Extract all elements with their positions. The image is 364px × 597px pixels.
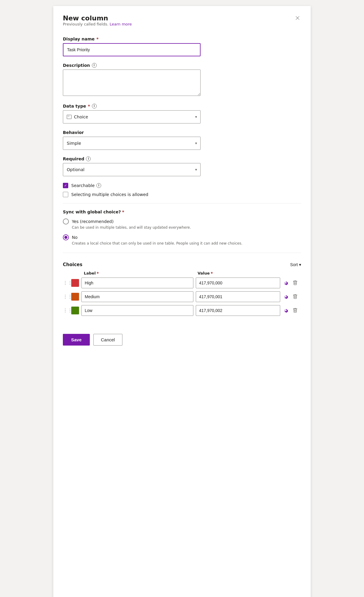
color-swatch[interactable] bbox=[71, 279, 79, 287]
data-type-display[interactable]: Choice bbox=[63, 110, 201, 123]
choice-label-input[interactable] bbox=[81, 291, 193, 302]
display-name-group: Display name * bbox=[63, 37, 301, 56]
choices-title: Choices bbox=[63, 262, 82, 267]
divider-2 bbox=[63, 253, 301, 253]
choice-value-input[interactable] bbox=[196, 278, 280, 288]
choice-label-input[interactable] bbox=[81, 278, 193, 288]
behavior-display[interactable]: Simple bbox=[63, 137, 201, 150]
choice-settings-button[interactable] bbox=[282, 279, 290, 287]
description-info-icon: i bbox=[92, 63, 97, 68]
description-group: Description i bbox=[63, 63, 301, 97]
multiple-choices-checkbox[interactable] bbox=[63, 192, 68, 197]
data-type-label: Data type * i bbox=[63, 104, 301, 108]
footer-actions: Save Cancel bbox=[63, 328, 301, 346]
cancel-button[interactable]: Cancel bbox=[93, 334, 122, 346]
sync-global-group: Sync with global choice? * Yes (recommen… bbox=[63, 209, 301, 246]
multiple-choices-label: Selecting multiple choices is allowed bbox=[71, 192, 148, 197]
sync-yes-label: Yes (recommended) bbox=[72, 219, 113, 224]
sync-yes-desc: Can be used in multiple tables, and will… bbox=[72, 225, 301, 230]
sync-global-label: Sync with global choice? * bbox=[63, 209, 301, 214]
sync-global-radio-group: Yes (recommended) Can be used in multipl… bbox=[63, 218, 301, 246]
choice-settings-button[interactable] bbox=[282, 307, 290, 314]
description-label: Description i bbox=[63, 63, 301, 68]
behavior-select[interactable]: Simple ▾ bbox=[63, 137, 201, 150]
required-label: Required i bbox=[63, 156, 301, 161]
drag-handle[interactable]: ⋮⋮ bbox=[63, 294, 71, 299]
required-star: * bbox=[96, 37, 98, 41]
choice-value-input[interactable] bbox=[196, 305, 280, 316]
choice-actions bbox=[282, 279, 301, 287]
searchable-checkbox[interactable] bbox=[63, 183, 68, 188]
description-input[interactable] bbox=[63, 70, 201, 96]
new-column-panel: New column Previously called fields. Lea… bbox=[53, 6, 311, 597]
choices-col-headers: Label * Value * bbox=[63, 271, 301, 278]
choice-row: ⋮⋮ bbox=[63, 278, 301, 288]
panel-title: New column bbox=[63, 14, 132, 22]
searchable-label: Searchable i bbox=[71, 183, 101, 188]
required-display[interactable]: Optional bbox=[63, 163, 201, 176]
searchable-row: Searchable i bbox=[63, 183, 301, 188]
sync-no-radio[interactable] bbox=[63, 234, 69, 240]
divider-1 bbox=[63, 203, 301, 203]
panel-header: New column Previously called fields. Lea… bbox=[63, 14, 301, 35]
close-button[interactable] bbox=[294, 14, 301, 22]
drag-handle[interactable]: ⋮⋮ bbox=[63, 307, 71, 313]
sync-no-desc: Creates a local choice that can only be … bbox=[72, 241, 301, 246]
color-swatch[interactable] bbox=[71, 293, 79, 301]
data-type-info-icon: i bbox=[92, 104, 97, 108]
choice-label-input[interactable] bbox=[81, 305, 193, 316]
choice-delete-button[interactable] bbox=[292, 307, 299, 314]
choice-value-input[interactable] bbox=[196, 291, 280, 302]
sync-yes-row: Yes (recommended) bbox=[63, 218, 301, 224]
panel-subtitle: Previously called fields. Learn more bbox=[63, 22, 132, 26]
behavior-group: Behavior Simple ▾ bbox=[63, 130, 301, 150]
data-type-group: Data type * i Choice ▾ bbox=[63, 104, 301, 123]
searchable-info-icon: i bbox=[96, 183, 101, 188]
choice-settings-button[interactable] bbox=[282, 293, 290, 301]
display-name-label: Display name * bbox=[63, 37, 301, 41]
sort-chevron-icon: ▾ bbox=[299, 262, 301, 267]
choice-row: ⋮⋮ bbox=[63, 291, 301, 302]
sort-button[interactable]: Sort ▾ bbox=[290, 262, 301, 267]
sync-global-star: * bbox=[122, 209, 124, 214]
choice-row: ⋮⋮ bbox=[63, 305, 301, 316]
required-group: Required i Optional ▾ bbox=[63, 156, 301, 176]
sync-yes-option: Yes (recommended) Can be used in multipl… bbox=[63, 218, 301, 230]
choices-header: Choices Sort ▾ bbox=[63, 262, 301, 267]
required-select[interactable]: Optional ▾ bbox=[63, 163, 201, 176]
color-swatch[interactable] bbox=[71, 307, 79, 314]
save-button[interactable]: Save bbox=[63, 334, 90, 346]
sync-no-label: No bbox=[72, 235, 78, 240]
sync-no-row: No bbox=[63, 234, 301, 240]
sync-yes-radio[interactable] bbox=[63, 218, 69, 224]
drag-handle[interactable]: ⋮⋮ bbox=[63, 280, 71, 286]
required-info-icon: i bbox=[86, 156, 91, 161]
choice-type-icon bbox=[67, 115, 72, 119]
choices-section: Choices Sort ▾ Label * Value * ⋮⋮ bbox=[63, 262, 301, 316]
display-name-input[interactable] bbox=[63, 43, 201, 56]
label-col-header: Label * bbox=[84, 271, 195, 276]
data-type-select[interactable]: Choice ▾ bbox=[63, 110, 201, 123]
sync-no-option: No Creates a local choice that can only … bbox=[63, 234, 301, 246]
choice-delete-button[interactable] bbox=[292, 279, 299, 287]
data-type-required-star: * bbox=[88, 104, 90, 108]
behavior-label: Behavior bbox=[63, 130, 301, 135]
choice-rows-container: ⋮⋮ ⋮⋮ bbox=[63, 278, 301, 316]
learn-more-link[interactable]: Learn more bbox=[110, 22, 132, 26]
choice-actions bbox=[282, 307, 301, 314]
choice-actions bbox=[282, 293, 301, 301]
choice-delete-button[interactable] bbox=[292, 293, 299, 300]
multiple-choices-row: Selecting multiple choices is allowed bbox=[63, 192, 301, 197]
value-col-header: Value * bbox=[195, 271, 282, 276]
